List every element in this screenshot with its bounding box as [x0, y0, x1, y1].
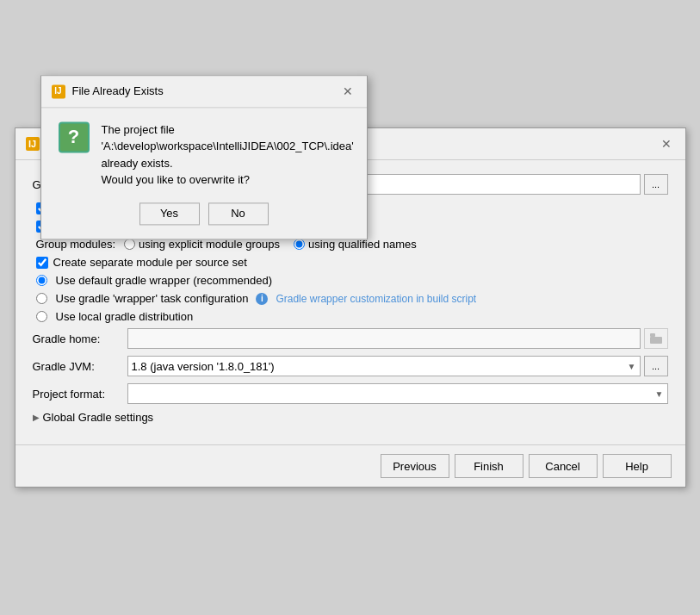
gradle-jvm-dropdown-wrapper: 1.8 (java version '1.8.0_181') ▼ ... [127, 356, 668, 376]
dialog-message: The project file 'A:\develop\workspace\I… [102, 121, 354, 189]
use-local-gradle-row: Use local gradle distribution [33, 310, 668, 323]
radio-qualified-label: using qualified names [308, 238, 417, 251]
use-default-wrapper-label: Use default gradle wrapper (recommended) [56, 274, 272, 287]
radio-explicit-option: using explicit module groups [124, 238, 280, 251]
gradle-jvm-label: Gradle JVM: [33, 360, 127, 373]
gradle-home-row: Gradle home: [33, 328, 668, 349]
svg-rect-0 [650, 337, 662, 344]
bottom-bar: Previous Finish Cancel Help [15, 444, 685, 487]
use-local-gradle-radio[interactable] [36, 311, 47, 322]
group-modules-label: Group modules: [36, 238, 116, 251]
dialog-intellij-icon: IJ [52, 84, 65, 98]
dialog-no-button[interactable]: No [208, 202, 269, 225]
project-format-dropdown-wrapper: ▼ [127, 383, 668, 404]
gradle-jvm-value-display: 1.8 (java version '1.8.0_181') ▼ [127, 356, 641, 376]
file-already-exists-dialog: IJ File Already Exists ✕ ? The project f… [40, 75, 368, 239]
gradle-project-browse-button[interactable]: ... [644, 174, 668, 195]
radio-explicit[interactable] [124, 239, 135, 250]
use-wrapper-task-label: Use gradle 'wrapper' task configuration [56, 292, 249, 305]
use-local-gradle-label: Use local gradle distribution [56, 310, 194, 323]
use-default-wrapper-row: Use default gradle wrapper (recommended) [33, 274, 668, 287]
use-wrapper-task-radio[interactable] [36, 293, 47, 304]
group-modules-row: Group modules: using explicit module gro… [33, 238, 668, 251]
create-separate-row: Create separate module per source set [33, 256, 668, 269]
intellij-icon: IJ [26, 137, 40, 151]
radio-explicit-label: using explicit module groups [139, 238, 280, 251]
dialog-title-bar: IJ File Already Exists ✕ [41, 76, 367, 108]
radio-qualified-option: using qualified names [294, 238, 417, 251]
gradle-home-value [127, 328, 668, 349]
dialog-title-left: IJ File Already Exists [52, 84, 164, 98]
global-gradle-section[interactable]: ▶ Global Gradle settings [33, 411, 668, 424]
main-container: IJ Import Project ✕ Gradle project: ... … [15, 127, 686, 488]
use-wrapper-task-row: Use gradle 'wrapper' task configuration … [33, 292, 668, 305]
global-gradle-arrow-icon: ▶ [33, 413, 40, 422]
dialog-body: ? The project file 'A:\develop\workspace… [41, 108, 367, 202]
dialog-title: File Already Exists [72, 84, 164, 97]
gradle-jvm-browse-button[interactable]: ... [644, 356, 668, 376]
gradle-jvm-row: Gradle JVM: 1.8 (java version '1.8.0_181… [33, 356, 668, 376]
window-close-button[interactable]: ✕ [658, 135, 675, 152]
info-icon: i [256, 293, 268, 305]
question-icon: ? [59, 121, 90, 152]
create-separate-label: Create separate module per source set [53, 256, 247, 269]
svg-rect-1 [650, 333, 655, 337]
finish-button[interactable]: Finish [455, 454, 523, 478]
create-separate-checkbox[interactable] [36, 257, 48, 269]
project-format-row: Project format: ▼ [33, 383, 668, 404]
dialog-buttons: Yes No [41, 202, 367, 239]
global-gradle-label: Global Gradle settings [43, 411, 154, 424]
dialog-yes-button[interactable]: Yes [139, 202, 200, 225]
use-default-wrapper-radio[interactable] [36, 275, 47, 286]
radio-qualified[interactable] [294, 239, 305, 250]
dialog-close-button[interactable]: ✕ [339, 83, 356, 100]
wrapper-customization-link[interactable]: Gradle wrapper customization in build sc… [276, 293, 476, 305]
project-format-label: Project format: [33, 388, 127, 401]
gradle-home-label: Gradle home: [33, 332, 127, 345]
help-button[interactable]: Help [603, 454, 672, 478]
project-format-arrow: ▼ [655, 389, 664, 399]
gradle-home-browse-button[interactable] [644, 328, 668, 349]
gradle-jvm-dropdown-arrow: ▼ [628, 362, 636, 371]
previous-button[interactable]: Previous [381, 454, 449, 478]
cancel-button[interactable]: Cancel [529, 454, 598, 478]
project-format-dropdown[interactable]: ▼ [127, 383, 668, 404]
